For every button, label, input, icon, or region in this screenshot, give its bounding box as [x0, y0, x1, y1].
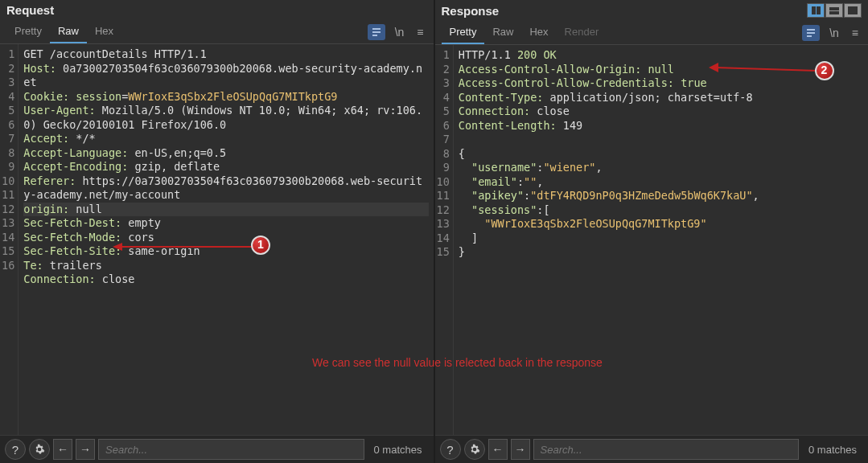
tab-raw[interactable]: Raw [484, 21, 521, 44]
request-header: Request [0, 0, 434, 20]
tab-raw[interactable]: Raw [50, 20, 87, 43]
view-split-horizontal[interactable] [825, 3, 843, 18]
response-header: Response [435, 0, 869, 21]
menu-icon[interactable]: ≡ [413, 24, 426, 40]
next-icon[interactable]: → [511, 439, 530, 460]
view-toggles [807, 3, 862, 18]
annotation-arrow-1 [113, 242, 253, 252]
svg-line-2 [715, 68, 817, 71]
gear-icon[interactable] [464, 439, 485, 460]
tab-hex[interactable]: Hex [521, 21, 556, 44]
view-single[interactable] [844, 3, 862, 18]
response-title: Response [442, 4, 500, 18]
tab-render[interactable]: Render [557, 21, 607, 44]
prev-icon[interactable]: ← [488, 439, 508, 460]
search-input[interactable] [533, 439, 800, 460]
action-button[interactable] [368, 24, 385, 40]
search-input[interactable] [98, 439, 364, 460]
action-button[interactable] [802, 25, 820, 41]
svg-marker-1 [113, 243, 122, 251]
help-icon[interactable]: ? [440, 439, 461, 460]
match-count: 0 matches [368, 444, 429, 456]
annotation-text: We can see the null value is relected ba… [312, 356, 603, 369]
svg-marker-3 [709, 63, 718, 72]
request-code[interactable]: 12345678910111213141516 GET /accountDeta… [0, 44, 434, 435]
request-footer: ? ← → 0 matches [0, 435, 434, 463]
response-panel: Response Pretty Raw Hex Render \n ≡ 1234… [435, 0, 869, 463]
request-panel: Request Pretty Raw Hex \n ≡ 123456789101… [0, 0, 434, 463]
request-tabs: Pretty Raw Hex \n ≡ [0, 20, 434, 44]
tab-pretty[interactable]: Pretty [6, 20, 50, 43]
help-icon[interactable]: ? [5, 439, 26, 460]
gear-icon[interactable] [29, 439, 50, 460]
tab-hex[interactable]: Hex [87, 20, 121, 43]
view-split-vertical[interactable] [807, 3, 825, 18]
response-code[interactable]: 123456789101112131415 HTTP/1.1 200 OKAcc… [435, 45, 869, 435]
response-footer: ? ← → 0 matches [435, 435, 869, 463]
request-title: Request [6, 3, 54, 17]
match-count: 0 matches [802, 444, 863, 456]
menu-icon[interactable]: ≡ [849, 25, 862, 41]
next-icon[interactable]: → [76, 439, 95, 460]
response-tabs: Pretty Raw Hex Render \n ≡ [435, 21, 869, 45]
newline-toggle[interactable]: \n [392, 24, 408, 40]
tab-pretty[interactable]: Pretty [442, 21, 485, 44]
annotation-badge-1: 1 [251, 236, 270, 255]
prev-icon[interactable]: ← [53, 439, 72, 460]
annotation-arrow-2 [709, 63, 817, 76]
newline-toggle[interactable]: \n [826, 25, 842, 41]
annotation-badge-2: 2 [815, 61, 834, 80]
